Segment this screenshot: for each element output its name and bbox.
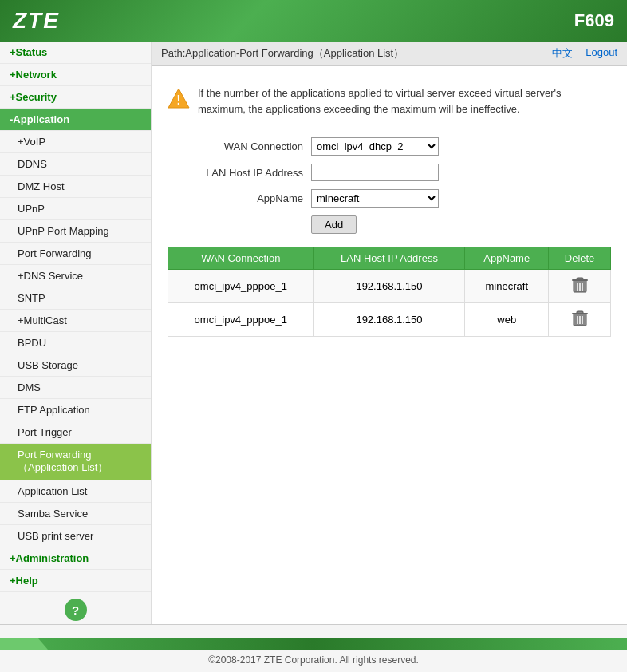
language-switch-link[interactable]: 中文	[552, 46, 573, 61]
lan-ip-row: LAN Host IP Address	[168, 164, 611, 181]
wan-connection-select[interactable]: omci_ipv4_dhcp_2 omci_ipv4_pppoe_1	[311, 137, 439, 156]
sidebar-item-dms[interactable]: DMS	[0, 377, 151, 399]
sidebar-item-sntp[interactable]: SNTP	[0, 287, 151, 310]
form-section: WAN Connection omci_ipv4_dhcp_2 omci_ipv…	[168, 137, 611, 234]
svg-rect-4	[572, 279, 588, 281]
sidebar-item-port-trigger[interactable]: Port Trigger	[0, 421, 151, 444]
cell-wan-1: omci_ipv4_pppoe_1	[168, 303, 314, 337]
logo: ZTE	[13, 8, 60, 34]
cell-ip-1: 192.168.1.150	[314, 303, 465, 337]
appname-select[interactable]: minecraft web ftp smtp	[311, 189, 439, 208]
sidebar-item-port-forwarding-app[interactable]: Port Forwarding（Application List）	[0, 444, 151, 480]
model: F609	[574, 10, 614, 31]
table-row: omci_ipv4_pppoe_1 192.168.1.150 minecraf…	[168, 270, 611, 303]
help-button[interactable]: ?	[65, 599, 87, 621]
cell-ip-0: 192.168.1.150	[314, 270, 465, 303]
path-bar: Path:Application-Port Forwarding（Applica…	[152, 42, 627, 66]
col-wan: WAN Connection	[168, 247, 314, 270]
table-row: omci_ipv4_pppoe_1 192.168.1.150 web	[168, 303, 611, 337]
col-ip: LAN Host IP Address	[314, 247, 465, 270]
delete-button-1[interactable]	[570, 308, 590, 331]
table-header-row: WAN Connection LAN Host IP Address AppNa…	[168, 247, 611, 270]
sidebar-item-app-list[interactable]: Application List	[0, 480, 151, 503]
trash-icon-1	[572, 310, 588, 327]
main-layout: +Status +Network +Security -Application …	[0, 42, 627, 624]
appname-row: AppName minecraft web ftp smtp	[168, 189, 611, 208]
sidebar-item-usb-storage[interactable]: USB Storage	[0, 354, 151, 377]
delete-button-0[interactable]	[570, 275, 590, 298]
lan-host-ip-input[interactable]	[311, 164, 439, 181]
header: ZTE F609	[0, 0, 627, 42]
sidebar-item-samba[interactable]: Samba Service	[0, 503, 151, 525]
svg-rect-10	[572, 313, 588, 314]
col-app: AppName	[465, 247, 549, 270]
sidebar-item-port-forwarding[interactable]: Port Forwarding	[0, 243, 151, 265]
warning-box: ! If the number of the applications appl…	[168, 79, 611, 123]
sidebar-item-dns-service[interactable]: +DNS Service	[0, 265, 151, 287]
add-button[interactable]: Add	[311, 215, 357, 234]
content-area: Path:Application-Port Forwarding（Applica…	[152, 42, 627, 624]
sidebar-item-security[interactable]: +Security	[0, 86, 151, 109]
logout-link[interactable]: Logout	[586, 46, 617, 61]
sidebar-item-status[interactable]: +Status	[0, 42, 151, 64]
wan-connection-label: WAN Connection	[168, 140, 311, 152]
trash-icon-0	[572, 276, 588, 294]
sidebar-item-upnp-port[interactable]: UPnP Port Mapping	[0, 220, 151, 243]
sidebar-item-voip[interactable]: +VoIP	[0, 131, 151, 153]
sidebar-item-network[interactable]: +Network	[0, 64, 151, 86]
sidebar-item-ddns[interactable]: DDNS	[0, 153, 151, 176]
svg-text:!: !	[176, 93, 180, 107]
sidebar-item-ftp-app[interactable]: FTP Application	[0, 399, 151, 421]
cell-app-0: minecraft	[465, 270, 549, 303]
footer: ©2008-2017 ZTE Corporation. All rights r…	[0, 624, 627, 672]
data-table: WAN Connection LAN Host IP Address AppNa…	[168, 247, 611, 337]
footer-copyright: ©2008-2017 ZTE Corporation. All rights r…	[208, 654, 419, 666]
sidebar-item-administration[interactable]: +Administration	[0, 547, 151, 570]
warning-icon: !	[168, 87, 190, 109]
sidebar-item-help[interactable]: +Help	[0, 570, 151, 592]
wan-connection-row: WAN Connection omci_ipv4_dhcp_2 omci_ipv…	[168, 137, 611, 156]
add-button-row: Add	[168, 215, 611, 234]
col-delete: Delete	[549, 247, 611, 270]
warning-text: If the number of the applications applie…	[198, 85, 611, 117]
footer-bar	[0, 638, 627, 650]
cell-wan-0: omci_ipv4_pppoe_1	[168, 270, 314, 303]
cell-delete-1	[549, 303, 611, 337]
path-actions: 中文 Logout	[552, 46, 617, 61]
sidebar-item-multicast[interactable]: +MultiCast	[0, 310, 151, 332]
sidebar-item-upnp[interactable]: UPnP	[0, 198, 151, 220]
sidebar-item-dmz[interactable]: DMZ Host	[0, 176, 151, 198]
lan-host-ip-label: LAN Host IP Address	[168, 167, 311, 179]
sidebar-item-application[interactable]: -Application	[0, 109, 151, 131]
cell-app-1: web	[465, 303, 549, 337]
appname-label: AppName	[168, 192, 311, 204]
sidebar-item-bpdu[interactable]: BPDU	[0, 332, 151, 354]
content-body: ! If the number of the applications appl…	[152, 66, 627, 350]
sidebar: +Status +Network +Security -Application …	[0, 42, 152, 624]
cell-delete-0	[549, 270, 611, 303]
sidebar-item-usb-print[interactable]: USB print server	[0, 525, 151, 547]
path-text: Path:Application-Port Forwarding（Applica…	[161, 46, 404, 61]
